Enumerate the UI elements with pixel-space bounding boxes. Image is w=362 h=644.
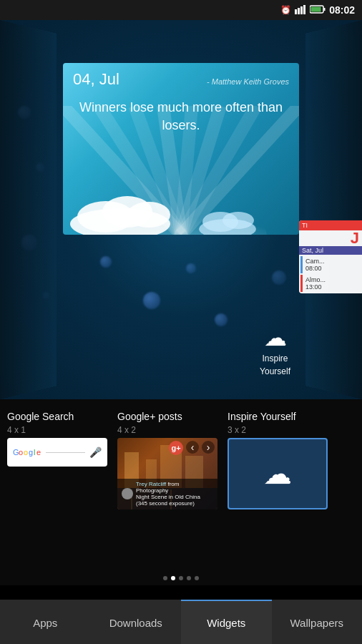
page-dot-5	[195, 576, 199, 580]
inspire-cloud-icon: ☁	[263, 457, 292, 490]
svg-rect-2	[300, 6, 303, 14]
tab-wallpapers[interactable]: Wallpapers	[272, 600, 363, 644]
cloud-icon: ☁	[260, 324, 290, 351]
bubble-6	[143, 292, 160, 309]
inspire-size: 3 x 2	[228, 425, 328, 435]
svg-rect-5	[324, 8, 326, 11]
inspire-title: Inspire Yourself	[228, 411, 328, 422]
gplus-post-info: Trey Ratcliff from Photography Night Sce…	[117, 479, 217, 509]
post-avatar	[122, 488, 133, 499]
next-arrow[interactable]: ›	[202, 441, 215, 454]
svg-text:o: o	[19, 448, 23, 457]
page-indicator	[0, 571, 362, 585]
widget-item-inspire[interactable]: Inspire Yourself 3 x 2 ☁	[228, 411, 328, 509]
bubble-8	[215, 313, 228, 326]
gplus-preview[interactable]: g+ ‹ › Trey Ratcliff from Photography Ni…	[117, 438, 217, 509]
prev-arrow[interactable]: ‹	[186, 441, 199, 454]
gplus-title: Google+ posts	[117, 411, 217, 422]
bottom-tabs: Apps Downloads Widgets Wallpapers	[0, 600, 362, 644]
search-divider	[46, 452, 85, 453]
cal-event-2: Almo... 13:00	[300, 275, 361, 292]
widget-item-google-search[interactable]: Google Search 4 x 1 G o o g l e 🎤	[7, 411, 107, 467]
svg-point-19	[127, 202, 170, 228]
cal-day-label: Sat, Jul	[299, 246, 362, 255]
svg-point-22	[222, 212, 254, 229]
alarm-icon: ⏰	[280, 5, 291, 15]
inspire-label: InspireYourself	[260, 353, 290, 377]
gplus-size: 4 x 2	[117, 425, 217, 435]
widget-item-gplus[interactable]: Google+ posts 4 x 2 g+ ‹	[117, 411, 217, 509]
left-panel	[0, 20, 57, 399]
widget-date: 04, Jul	[73, 70, 119, 89]
page-dot-4	[187, 576, 191, 580]
main-widget-card[interactable]: 04, Jul - Matthew Keith Groves Winners l…	[63, 63, 299, 235]
svg-rect-3	[303, 5, 305, 14]
gplus-overlay: g+ ‹ ›	[117, 438, 217, 458]
page-dot-2	[171, 576, 175, 580]
svg-text:o: o	[24, 448, 28, 457]
widget-author: - Matthew Keith Groves	[207, 77, 289, 86]
right-panel	[305, 20, 362, 399]
battery-icon	[310, 5, 326, 16]
bubble-7	[186, 263, 196, 273]
bubble-10	[272, 270, 286, 285]
google-search-preview[interactable]: G o o g l e 🎤	[7, 438, 107, 467]
google-logo: G o o g l e	[13, 447, 41, 457]
inspire-preview[interactable]: ☁	[228, 438, 328, 509]
status-bar: ⏰ 08:02	[0, 0, 362, 20]
post-details: Trey Ratcliff from Photography Night Sce…	[136, 481, 213, 507]
cal-event-1: Cam... 08:00	[300, 256, 361, 273]
post-username: Trey Ratcliff from Photography	[136, 481, 213, 494]
svg-rect-0	[295, 9, 297, 14]
gplus-badge: g+	[169, 441, 183, 455]
tab-downloads[interactable]: Downloads	[91, 600, 182, 644]
post-text-content: Night Scene in Old China (345 second exp…	[136, 494, 213, 507]
bubble-5	[100, 256, 112, 268]
page-dot-1	[163, 576, 167, 580]
signal-icon	[295, 4, 306, 16]
main-wallpaper-area: 04, Jul - Matthew Keith Groves Winners l…	[0, 20, 362, 399]
clock-time: 08:02	[329, 4, 355, 16]
widget-picker-area: Google Search 4 x 1 G o o g l e 🎤 Google…	[0, 399, 362, 571]
mic-icon: 🎤	[89, 447, 102, 458]
tab-apps[interactable]: Apps	[0, 600, 91, 644]
svg-text:g: g	[29, 448, 33, 457]
cal-date-num: J	[299, 230, 362, 246]
page-dot-3	[179, 576, 183, 580]
google-search-size: 4 x 1	[7, 425, 107, 435]
svg-rect-1	[298, 8, 300, 14]
calendar-peek-widget[interactable]: TI J Sat, Jul Cam... 08:00 Almo... 13:00	[299, 220, 362, 293]
widget-clouds-svg	[63, 163, 299, 235]
google-search-title: Google Search	[7, 411, 107, 422]
svg-rect-6	[311, 6, 321, 11]
svg-text:l: l	[34, 448, 35, 457]
tab-widgets[interactable]: Widgets	[181, 600, 272, 644]
inspire-yourself-icon[interactable]: ☁ InspireYourself	[260, 324, 290, 378]
svg-text:e: e	[36, 448, 41, 457]
